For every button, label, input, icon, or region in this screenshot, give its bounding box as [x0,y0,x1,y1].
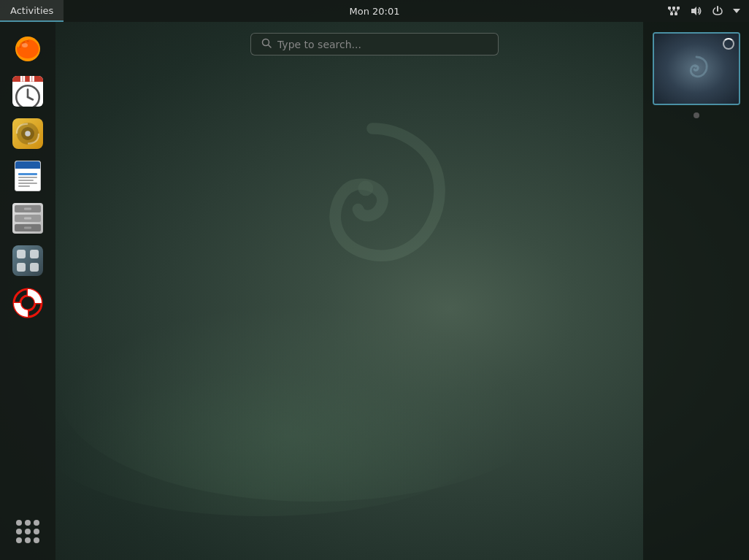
topbar-right-icons [664,0,749,22]
sidebar-item-help[interactable] [8,283,47,323]
svg-line-6 [669,9,672,12]
wave-bg-2 [44,370,482,516]
sidebar-item-appstore[interactable] [8,241,47,280]
svg-rect-24 [30,250,39,258]
desktop [0,0,749,560]
volume-icon[interactable] [688,4,705,18]
svg-line-13 [269,45,272,48]
search-icon [261,38,272,50]
dot-grid-icon [10,514,45,549]
topbar: Activities Mon 20:01 [0,0,749,22]
svg-rect-23 [17,250,26,258]
svg-rect-26 [30,263,39,272]
activities-button[interactable]: Activities [0,0,64,22]
search-container [250,33,499,55]
svg-point-22 [25,131,31,137]
search-box [250,33,499,55]
svg-line-9 [676,9,678,12]
sidebar: ▐▌▐▌ [0,22,55,560]
svg-marker-10 [691,7,696,15]
sidebar-item-show-apps[interactable] [8,512,47,551]
sidebar-item-firefox[interactable] [8,29,47,69]
debian-swirl-bg [277,110,467,299]
svg-rect-25 [17,263,26,272]
svg-rect-2 [672,7,675,9]
sidebar-item-writer[interactable] [8,156,47,196]
sidebar-item-sound[interactable] [8,114,47,153]
search-input[interactable] [277,39,488,50]
power-dropdown-icon[interactable] [730,7,743,15]
workspace-panel [643,22,749,560]
topbar-clock: Mon 20:01 [349,6,399,17]
svg-rect-1 [668,7,671,9]
svg-rect-5 [675,12,677,15]
sidebar-item-files[interactable] [8,199,47,238]
network-icon[interactable] [664,4,683,18]
svg-point-28 [20,296,35,310]
svg-rect-3 [677,7,680,9]
svg-point-0 [358,181,374,196]
svg-line-8 [674,9,676,12]
svg-rect-4 [670,12,673,15]
svg-point-33 [694,65,696,68]
svg-marker-11 [733,9,740,13]
svg-point-16 [22,43,28,47]
svg-line-19 [28,97,33,100]
sidebar-item-clock[interactable]: ▐▌▐▌ [8,72,47,111]
workspace-separator [694,112,699,118]
power-icon[interactable] [710,4,726,18]
workspace-thumbnail[interactable] [653,32,740,105]
svg-line-7 [672,9,674,12]
